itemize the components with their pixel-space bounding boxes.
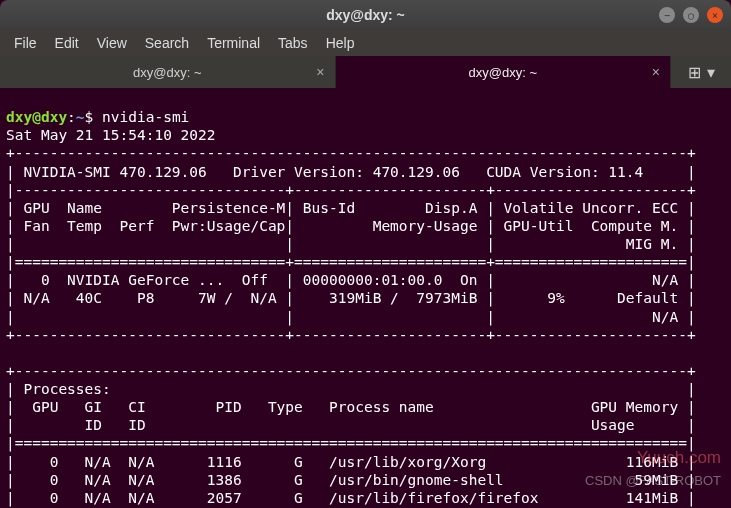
close-button[interactable]: ×: [707, 7, 723, 23]
window-title: dxy@dxy: ~: [326, 7, 405, 23]
prompt-path: ~: [76, 109, 85, 125]
output-line: | NVIDIA-SMI 470.129.06 Driver Version: …: [6, 164, 696, 180]
tab-2[interactable]: dxy@dxy: ~ ×: [336, 56, 672, 88]
output-line: +-------------------------------+-------…: [6, 327, 696, 343]
output-line: | | | N/A |: [6, 309, 696, 325]
output-line: | N/A 40C P8 7W / N/A | 319MiB / 7973MiB…: [6, 290, 696, 306]
new-tab-icon[interactable]: ⊞: [688, 63, 701, 82]
menu-edit[interactable]: Edit: [47, 32, 87, 54]
output-line: |===============================+=======…: [6, 254, 696, 270]
menu-terminal[interactable]: Terminal: [199, 32, 268, 54]
output-line: | ID ID Usage |: [6, 417, 696, 433]
prompt-colon: :: [67, 109, 76, 125]
tabbar: dxy@dxy: ~ × dxy@dxy: ~ × ⊞ ▾: [0, 56, 731, 88]
output-line: | Processes: |: [6, 381, 696, 397]
tab-label: dxy@dxy: ~: [469, 65, 537, 80]
tab-label: dxy@dxy: ~: [133, 65, 201, 80]
titlebar: dxy@dxy: ~ − ○ ×: [0, 0, 731, 30]
menubar: File Edit View Search Terminal Tabs Help: [0, 30, 731, 56]
watermark: CSDN @FAST-ROBOT: [585, 473, 721, 488]
output-line: | Fan Temp Perf Pwr:Usage/Cap| Memory-Us…: [6, 218, 696, 234]
output-timestamp: Sat May 21 15:54:10 2022: [6, 127, 216, 143]
command-text: nvidia-smi: [102, 109, 189, 125]
tab-dropdown-icon[interactable]: ▾: [707, 63, 715, 82]
tab-close-icon[interactable]: ×: [652, 64, 660, 80]
output-line: | GPU Name Persistence-M| Bus-Id Disp.A …: [6, 200, 696, 216]
menu-view[interactable]: View: [89, 32, 135, 54]
output-line: +---------------------------------------…: [6, 363, 696, 379]
menu-search[interactable]: Search: [137, 32, 197, 54]
menu-tabs[interactable]: Tabs: [270, 32, 316, 54]
output-line: |=======================================…: [6, 435, 696, 451]
minimize-button[interactable]: −: [659, 7, 675, 23]
output-line: +---------------------------------------…: [6, 145, 696, 161]
output-line: |-------------------------------+-------…: [6, 182, 696, 198]
tab-1[interactable]: dxy@dxy: ~ ×: [0, 56, 336, 88]
menu-help[interactable]: Help: [318, 32, 363, 54]
tab-close-icon[interactable]: ×: [316, 64, 324, 80]
output-line: | 0 NVIDIA GeForce ... Off | 00000000:01…: [6, 272, 696, 288]
window-controls: − ○ ×: [659, 7, 723, 23]
watermark: Yuuch.com: [637, 448, 721, 468]
terminal-output[interactable]: dxy@dxy:~$ nvidia-smi Sat May 21 15:54:1…: [0, 88, 731, 508]
output-line: | GPU GI CI PID Type Process name GPU Me…: [6, 399, 696, 415]
output-line: | 0 N/A N/A 2057 G /usr/lib/firefox/fire…: [6, 490, 696, 506]
prompt-dollar: $: [85, 109, 94, 125]
output-line: | 0 N/A N/A 1116 G /usr/lib/xorg/Xorg 11…: [6, 454, 696, 470]
maximize-button[interactable]: ○: [683, 7, 699, 23]
menu-file[interactable]: File: [6, 32, 45, 54]
tab-extras: ⊞ ▾: [671, 56, 731, 88]
prompt-user: dxy@dxy: [6, 109, 67, 125]
output-line: | | | MIG M. |: [6, 236, 696, 252]
